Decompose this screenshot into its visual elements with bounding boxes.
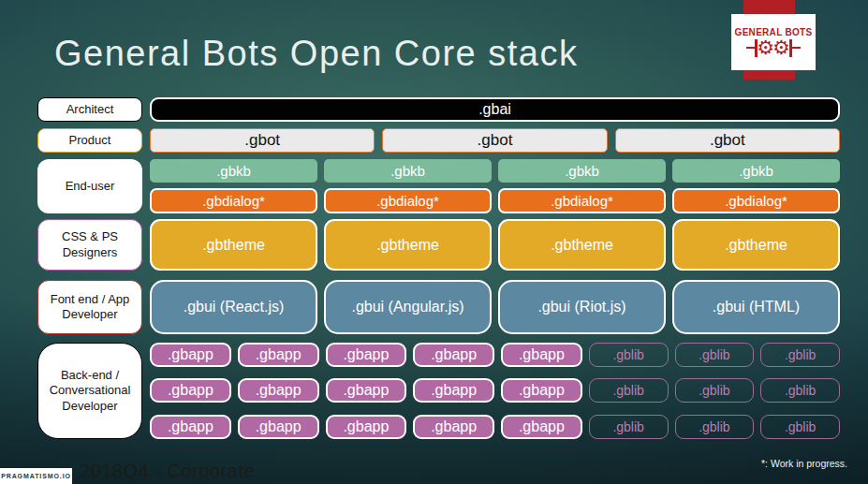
gbkb-box: .gbkb	[672, 159, 840, 183]
gbot-box: .gbot	[382, 128, 607, 153]
gblib-box: .gblib	[675, 343, 755, 367]
gbdialog-box: .gbdialog*	[150, 188, 317, 213]
gblib-box: .gblib	[760, 415, 840, 439]
pragmatismo-logo: PRAGMATISMO.IO	[0, 468, 72, 484]
gbdialog-row: .gbdialog* .gbdialog* .gbdialog* .gbdial…	[150, 188, 840, 213]
gbapp-box: .gbapp	[150, 343, 231, 367]
gbapp-box: .gbapp	[238, 415, 319, 439]
backend-row-1: .gbapp .gbapp .gbapp .gbapp .gbapp .gbli…	[150, 343, 840, 367]
role-label-text: Product	[69, 133, 111, 148]
role-label-architect: Architect	[37, 97, 142, 122]
gbdialog-box: .gbdialog*	[498, 188, 666, 213]
gbkb-row: .gbkb .gbkb .gbkb .gbkb	[150, 159, 840, 183]
role-label-text: CSS & PS Designers	[44, 229, 136, 260]
work-in-progress-footnote: *: Work in progress.	[761, 458, 847, 469]
role-label-end-user: End-user	[37, 159, 142, 213]
gblib-box: .gblib	[589, 378, 669, 403]
role-label-css-ps-designers: CSS & PS Designers	[37, 219, 142, 271]
gear-icon: ⚙	[772, 38, 790, 58]
gbapp-box: .gbapp	[150, 415, 231, 439]
gbapp-box: .gbapp	[326, 378, 407, 403]
gblib-box: .gblib	[675, 378, 755, 403]
gbapp-box: .gbapp	[326, 343, 407, 367]
gbapp-box: .gbapp	[150, 378, 231, 403]
gbtheme-row: .gbtheme .gbtheme .gbtheme .gbtheme	[150, 219, 840, 271]
gears-icon: ⚙⚙	[746, 38, 801, 58]
gbui-html-box: .gbui (HTML)	[672, 280, 840, 334]
gblib-box: .gblib	[760, 378, 840, 403]
gear-line-left	[746, 47, 755, 50]
gbdialog-box: .gbdialog*	[324, 188, 492, 213]
gbtheme-box: .gbtheme	[498, 219, 666, 271]
role-label-text: Architect	[66, 102, 114, 117]
gbapp-box: .gbapp	[501, 343, 582, 367]
gblib-box: .gblib	[760, 343, 840, 367]
gbot-box: .gbot	[150, 128, 375, 153]
role-label-text: End-user	[66, 179, 115, 194]
logo-wordmark: GENERAL BOTS	[735, 27, 813, 37]
gbot-box: .gbot	[615, 128, 840, 153]
gbtheme-box: .gbtheme	[672, 219, 840, 271]
gbui-row: .gbui (React.js) .gbui (Angular.js) .gbu…	[150, 280, 840, 334]
gear-line-right	[792, 47, 801, 50]
gbdialog-box: .gbdialog*	[672, 188, 840, 213]
gbkb-box: .gbkb	[498, 159, 666, 183]
slide-title: General Bots Open Core stack	[54, 34, 578, 74]
gbapp-box: .gbapp	[501, 378, 582, 403]
gbui-angular-box: .gbui (Angular.js)	[324, 280, 492, 334]
general-bots-logo: GENERAL BOTS ⚙⚙	[731, 14, 816, 70]
gbapp-box: .gbapp	[326, 415, 407, 439]
slide-footer-caption: 2018Q4 - Corporate	[80, 461, 255, 482]
role-label-text: Back-end / Conversational Developer	[44, 368, 136, 414]
gblib-box: .gblib	[589, 343, 669, 367]
gbapp-box: .gbapp	[413, 378, 494, 403]
gblib-box: .gblib	[675, 415, 755, 439]
gbtheme-box: .gbtheme	[150, 219, 317, 271]
gbui-react-box: .gbui (React.js)	[150, 280, 317, 334]
role-label-frontend-developer: Font end / App Developer	[37, 280, 142, 334]
gblib-box: .gblib	[589, 415, 669, 439]
gbai-box: .gbai	[150, 97, 840, 122]
slide: General Bots Open Core stack GENERAL BOT…	[0, 0, 868, 484]
gbapp-box: .gbapp	[238, 343, 319, 367]
gbapp-box: .gbapp	[501, 415, 582, 439]
backend-row-2: .gbapp .gbapp .gbapp .gbapp .gbapp .gbli…	[150, 378, 840, 403]
pragmatismo-logo-text: PRAGMATISMO.IO	[1, 473, 71, 479]
gbtheme-box: .gbtheme	[324, 219, 492, 271]
gbkb-box: .gbkb	[150, 159, 317, 183]
role-label-text: Font end / App Developer	[44, 292, 136, 323]
gbot-row: .gbot .gbot .gbot	[150, 128, 840, 153]
gbapp-box: .gbapp	[413, 415, 494, 439]
backend-row-3: .gbapp .gbapp .gbapp .gbapp .gbapp .gbli…	[150, 415, 840, 439]
gbkb-box: .gbkb	[324, 159, 492, 183]
role-label-backend-developer: Back-end / Conversational Developer	[37, 343, 142, 439]
gbapp-box: .gbapp	[238, 378, 319, 403]
gbapp-box: .gbapp	[413, 343, 494, 367]
role-label-product: Product	[37, 128, 142, 153]
gbai-row: .gbai	[150, 97, 840, 122]
gbui-riot-box: .gbui (Riot.js)	[498, 280, 666, 334]
